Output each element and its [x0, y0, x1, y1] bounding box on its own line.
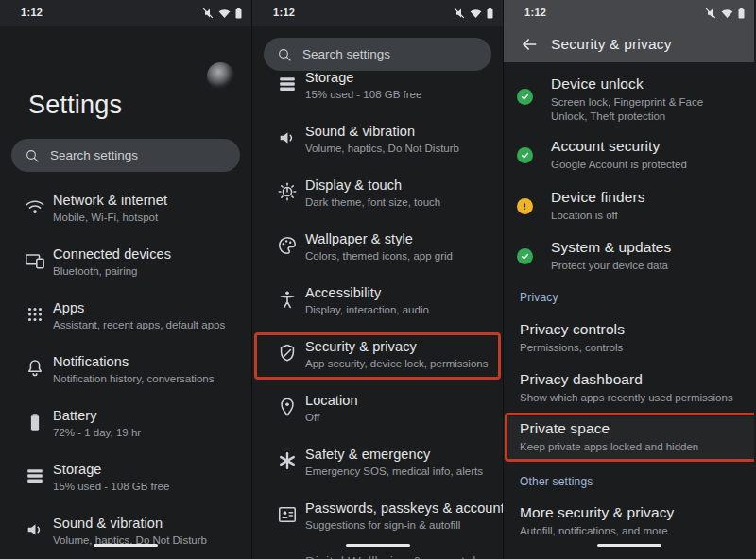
item-sub: Mobile, Wi-Fi, hotspot	[53, 212, 244, 223]
status-icons	[454, 8, 493, 19]
status-time: 1:12	[273, 7, 295, 18]
item-device-unlock[interactable]: Device unlock Screen lock, Fingerprint &…	[504, 74, 754, 124]
battery-icon	[487, 8, 493, 19]
item-security-privacy[interactable]: Security & privacy App security, device …	[252, 335, 503, 389]
status-bar: 1:12	[252, 0, 503, 26]
bell-icon	[25, 358, 45, 379]
gesture-nav-handle[interactable]	[346, 544, 410, 548]
gesture-nav-handle[interactable]	[597, 544, 662, 548]
wifi-icon	[721, 8, 733, 19]
gesture-nav-handle[interactable]	[94, 544, 158, 548]
accessibility-person-icon	[277, 289, 298, 310]
item-label: Safety & emergency	[305, 447, 495, 462]
shield-icon	[277, 343, 298, 364]
item-sub: Screen lock, Fingerprint & Face Unlock, …	[551, 95, 739, 124]
item-sub: Display, interaction, audio	[305, 304, 495, 315]
item-sub: Bluetooth, pairing	[53, 265, 244, 277]
devices-icon	[25, 250, 45, 271]
status-time: 1:12	[21, 7, 43, 18]
item-sub: Protect your device data	[551, 259, 739, 273]
search-bar[interactable]	[264, 38, 491, 71]
check-circle-icon	[517, 89, 533, 105]
item-storage[interactable]: Storage 15% used - 108 GB free	[252, 66, 503, 120]
item-label: Storage	[53, 462, 244, 477]
status-bar: 1:12	[0, 0, 251, 26]
search-input[interactable]	[302, 47, 478, 61]
item-private-space[interactable]: Private space Keep private apps locked a…	[504, 416, 754, 460]
item-apps[interactable]: Apps Assistant, recent apps, default app…	[0, 296, 251, 350]
item-sub: Google Account is protected	[551, 158, 739, 172]
item-sub: 72% - 1 day, 19 hr	[53, 427, 244, 438]
page-title: Settings	[28, 91, 122, 120]
item-sub: Location is off	[551, 209, 739, 223]
item-privacy-dashboard[interactable]: Privacy dashboard Show which apps recent…	[504, 369, 754, 405]
item-label: Privacy dashboard	[520, 371, 739, 388]
mute-icon	[705, 8, 716, 19]
item-label: Privacy controls	[520, 321, 739, 338]
asterisk-icon	[277, 450, 298, 471]
section-header-privacy: Privacy	[520, 291, 558, 304]
search-icon	[25, 148, 40, 163]
panel-security-privacy: 1:12 Security & privacy Device unlock Sc…	[503, 0, 754, 559]
item-network-internet[interactable]: Network & internet Mobile, Wi-Fi, hotspo…	[0, 189, 251, 243]
item-more-security-privacy[interactable]: More security & privacy Autofill, notifi…	[504, 502, 754, 538]
item-location[interactable]: Location Off	[252, 389, 503, 443]
item-label: Sound & vibration	[53, 516, 244, 531]
panel-settings-home: 1:12 Settings Network & internet Mobile,…	[0, 0, 251, 559]
search-input[interactable]	[50, 148, 227, 162]
item-sub: Off	[305, 412, 495, 423]
item-passwords-accounts[interactable]: Passwords, passkeys & accounts Suggestio…	[252, 497, 503, 551]
panel-settings-scrolled: 1:12 Storage 15% used - 108 GB free Soun…	[251, 0, 503, 559]
palette-icon	[277, 235, 298, 256]
screenshot-canvas: 1:12 Settings Network & internet Mobile,…	[0, 0, 756, 559]
item-sound-vibration[interactable]: Sound & vibration Volume, haptics, Do No…	[0, 512, 251, 559]
settings-list: Network & internet Mobile, Wi-Fi, hotspo…	[0, 189, 251, 559]
profile-avatar[interactable]	[207, 62, 234, 90]
back-button[interactable]	[520, 35, 539, 54]
item-sub: Colors, themed icons, app grid	[305, 250, 495, 262]
wifi-icon	[470, 8, 482, 19]
item-sub: Keep private apps locked and hidden	[520, 440, 739, 454]
item-account-security[interactable]: Account security Google Account is prote…	[504, 136, 754, 172]
item-system-updates[interactable]: System & updates Protect your device dat…	[504, 237, 754, 273]
item-connected-devices[interactable]: Connected devices Bluetooth, pairing	[0, 243, 251, 296]
item-sub: Assistant, recent apps, default apps	[53, 319, 244, 330]
item-sub: Emergency SOS, medical info, alerts	[305, 466, 495, 477]
app-bar-title: Security & privacy	[551, 36, 672, 53]
item-label: Device unlock	[551, 76, 739, 93]
item-wallpaper-style[interactable]: Wallpaper & style Colors, themed icons, …	[252, 228, 503, 281]
back-arrow-icon	[520, 35, 539, 54]
search-bar[interactable]	[11, 139, 240, 172]
item-label: Accessibility	[305, 285, 495, 300]
item-label: Storage	[305, 70, 495, 85]
item-label: Security & privacy	[305, 339, 495, 354]
item-label: Connected devices	[53, 246, 244, 262]
settings-list: Storage 15% used - 108 GB free Sound & v…	[252, 66, 503, 559]
item-storage[interactable]: Storage 15% used - 108 GB free	[0, 458, 251, 512]
item-display-touch[interactable]: Display & touch Dark theme, font size, t…	[252, 174, 503, 228]
item-label: Location	[305, 393, 495, 408]
item-label: Account security	[551, 138, 739, 155]
item-accessibility[interactable]: Accessibility Display, interaction, audi…	[252, 281, 503, 335]
item-sub: Volume, haptics, Do Not Disturb	[305, 143, 495, 154]
item-label: Sound & vibration	[305, 124, 495, 139]
item-privacy-controls[interactable]: Privacy controls Permissions, controls	[504, 319, 754, 355]
item-sub: Permissions, controls	[520, 341, 739, 355]
item-label: Notifications	[53, 354, 244, 369]
item-sub: 15% used - 108 GB free	[53, 481, 244, 492]
item-sub: App security, device lock, permissions	[305, 358, 495, 369]
item-battery[interactable]: Battery 72% - 1 day, 19 hr	[0, 404, 251, 458]
item-notifications[interactable]: Notifications Notification history, conv…	[0, 350, 251, 404]
item-sub: Dark theme, font size, touch	[305, 196, 495, 208]
item-sub: Notification history, conversations	[53, 373, 244, 384]
item-digital-wellbeing[interactable]: Digital Wellbeing & parental controls	[252, 551, 503, 559]
status-time: 1:12	[524, 7, 546, 18]
item-safety-emergency[interactable]: Safety & emergency Emergency SOS, medica…	[252, 443, 503, 497]
item-device-finders[interactable]: Device finders Location is off	[504, 187, 754, 223]
location-pin-icon	[277, 397, 298, 417]
item-sound-vibration[interactable]: Sound & vibration Volume, haptics, Do No…	[252, 120, 503, 174]
item-label: Digital Wellbeing & parental controls	[305, 554, 495, 559]
item-label: More security & privacy	[520, 504, 739, 521]
app-bar: 1:12 Security & privacy	[504, 0, 754, 62]
item-sub: Show which apps recently used permission…	[520, 391, 739, 405]
